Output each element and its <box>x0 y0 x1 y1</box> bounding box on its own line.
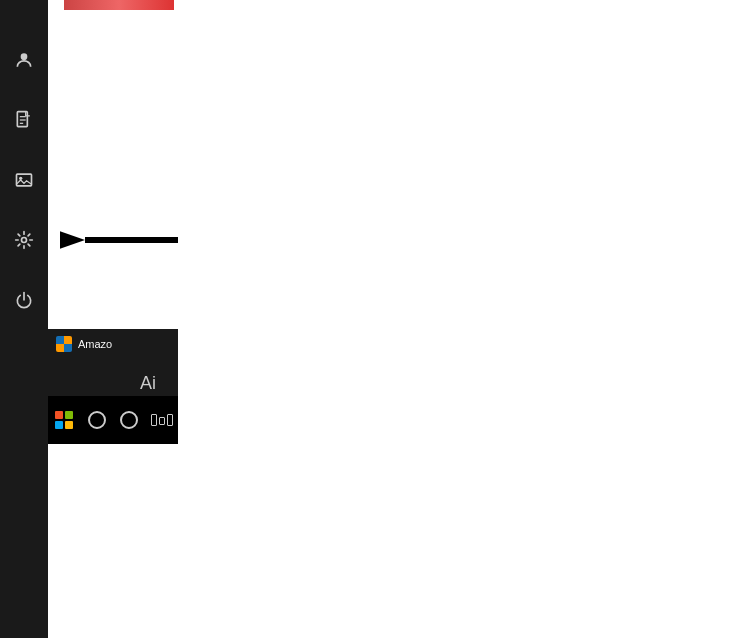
main-area-top <box>48 0 752 194</box>
windows-logo-icon <box>55 411 73 429</box>
windows-logo-blue <box>55 421 63 429</box>
task-rect-3 <box>167 414 173 426</box>
main-area-right <box>178 194 752 444</box>
sidebar <box>0 0 48 638</box>
svg-point-0 <box>21 53 28 60</box>
windows-logo-green <box>65 411 73 419</box>
search-icon <box>88 411 106 429</box>
task-rect-1 <box>151 414 157 426</box>
svg-point-7 <box>22 238 27 243</box>
sidebar-user-icon[interactable] <box>0 36 48 84</box>
sidebar-document-icon[interactable] <box>0 96 48 144</box>
sidebar-settings-icon[interactable] <box>0 216 48 264</box>
task-rect-2 <box>159 417 165 425</box>
amazon-icon <box>56 336 72 352</box>
task-view-button[interactable] <box>146 404 178 436</box>
search-button[interactable] <box>81 404 113 436</box>
amazon-start-item[interactable]: Amazo <box>48 329 178 359</box>
sidebar-image-icon[interactable] <box>0 156 48 204</box>
windows-start-button[interactable] <box>48 404 80 436</box>
task-view-icon <box>151 414 173 426</box>
windows-logo-yellow <box>65 421 73 429</box>
ai-text-label: Ai <box>140 373 156 394</box>
cortana-button[interactable] <box>113 404 145 436</box>
amazon-label: Amazo <box>78 338 112 350</box>
sidebar-power-icon[interactable] <box>0 276 48 324</box>
thumbnail-image <box>64 0 174 10</box>
cortana-icon <box>120 411 138 429</box>
windows-logo-red <box>55 411 63 419</box>
main-area-bottom <box>48 444 752 638</box>
taskbar <box>48 396 178 444</box>
